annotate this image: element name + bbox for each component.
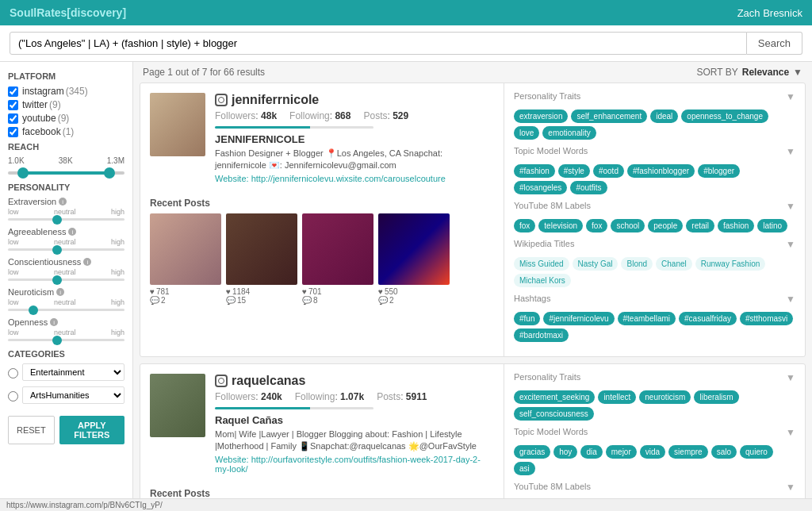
profile-card-1: jenniferrnicole Followers: 48k Following… bbox=[140, 83, 806, 357]
profile-card-2-left: raquelcanas Followers: 240k Following: 1… bbox=[140, 364, 504, 511]
yt-fox-2: fox bbox=[586, 219, 607, 232]
post-stats-1-4: ♥ 550 💬 2 bbox=[378, 287, 450, 305]
profile-1-followers-value: 48k bbox=[261, 110, 277, 121]
conscientiousness-slider[interactable] bbox=[8, 279, 124, 281]
youtube-tags-1: fox television fox school people retail … bbox=[514, 219, 795, 232]
wiki-michael-kors: Michael Kors bbox=[514, 274, 571, 287]
tag-vida: vida bbox=[640, 445, 665, 459]
tag-quiero: quiero bbox=[740, 445, 773, 459]
platform-instagram-checkbox[interactable] bbox=[8, 86, 18, 97]
category-entertainment-radio[interactable] bbox=[8, 368, 18, 378]
profile-1-handle-text: jenniferrnicole bbox=[232, 93, 319, 107]
post-1-4: ♥ 550 💬 2 bbox=[378, 213, 450, 305]
yt-television: television bbox=[538, 219, 583, 232]
topic-model-expand-1[interactable]: ▼ bbox=[786, 146, 795, 157]
profile-1-stats-bar bbox=[215, 126, 373, 129]
category-entertainment[interactable]: Entertainment bbox=[8, 363, 124, 383]
platform-instagram[interactable]: instagram (345) bbox=[8, 86, 124, 97]
tag-mejor: mejor bbox=[606, 445, 637, 459]
platform-youtube[interactable]: youtube (9) bbox=[8, 113, 124, 124]
tag-excitement: excitement_seeking bbox=[514, 390, 595, 404]
reset-button[interactable]: RESET bbox=[8, 416, 55, 444]
wikipedia-section-1: Wikipedia Titles ▼ Miss Guided Nasty Gal… bbox=[514, 239, 795, 287]
platform-instagram-count: (345) bbox=[66, 86, 88, 97]
hashtags-expand-1[interactable]: ▼ bbox=[786, 294, 795, 305]
search-button[interactable]: Search bbox=[747, 32, 802, 55]
post-thumb-1-3[interactable] bbox=[302, 213, 373, 285]
profile-1-stats: Followers: 48k Following: 868 Posts: 529 bbox=[215, 110, 494, 121]
post-thumb-1-4[interactable] bbox=[378, 213, 450, 285]
apply-filters-button[interactable]: APPLY FILTERS bbox=[59, 416, 124, 444]
wikipedia-expand-1[interactable]: ▼ bbox=[786, 239, 795, 250]
profile-2-bio: Mom| Wife |Lawyer | Blogger Blogging abo… bbox=[215, 428, 494, 453]
category-artshumanities-select[interactable]: ArtsHumanities bbox=[22, 386, 124, 404]
comment-icon-3: 💬 bbox=[302, 296, 312, 305]
personality-traits-title-2: Personality Traits bbox=[514, 372, 580, 382]
extraversion-slider[interactable] bbox=[8, 218, 124, 221]
personality-tags-1: extraversion self_enhancement ideal open… bbox=[514, 110, 795, 140]
heart-icon-3: ♥ bbox=[302, 287, 307, 296]
topic-tags-2: gracias hoy dia mejor vida siempre salo … bbox=[514, 445, 795, 475]
search-input[interactable] bbox=[10, 32, 747, 55]
wiki-chanel: Chanel bbox=[656, 257, 692, 271]
post-thumb-1-2[interactable] bbox=[226, 213, 297, 285]
post-thumb-1-1[interactable] bbox=[150, 213, 221, 285]
platform-facebook-checkbox[interactable] bbox=[8, 127, 18, 137]
profile-1-website[interactable]: Website: http://jennifernicolevu.wixsite… bbox=[215, 174, 494, 183]
post-likes-1-2: 1184 bbox=[232, 287, 250, 296]
comment-icon-4: 💬 bbox=[378, 296, 388, 305]
youtube-labels-expand-1[interactable]: ▼ bbox=[786, 201, 795, 212]
youtube-labels-expand-2[interactable]: ▼ bbox=[786, 482, 795, 493]
sidebar: PLATFORM instagram (345) twitter (9) you… bbox=[0, 62, 133, 511]
platform-facebook[interactable]: facebook (1) bbox=[8, 126, 124, 137]
ht-fun: #fun bbox=[514, 312, 540, 325]
personality-conscientiousness: Conscientiousness i lowneutralhigh bbox=[8, 257, 124, 281]
tag-hoy: hoy bbox=[553, 445, 577, 459]
category-artshumanities-radio[interactable] bbox=[8, 391, 18, 402]
tag-self-consciousness: self_consciousness bbox=[514, 407, 594, 421]
reach-slider[interactable] bbox=[8, 171, 124, 175]
tag-ideal: ideal bbox=[650, 110, 678, 123]
post-1-1: ♥ 781 💬 2 bbox=[150, 213, 221, 305]
comment-icon-2: 💬 bbox=[226, 296, 236, 305]
neuroticism-slider[interactable] bbox=[8, 309, 124, 311]
platform-youtube-checkbox[interactable] bbox=[8, 113, 18, 124]
personality-extraversion: Extraversion i lowneutralhigh bbox=[8, 197, 124, 221]
reach-mid: 38K bbox=[59, 156, 73, 165]
tag-extraversion: extraversion bbox=[514, 110, 568, 123]
platform-twitter-checkbox[interactable] bbox=[8, 100, 18, 110]
extraversion-label: Extraversion bbox=[8, 197, 56, 206]
sort-chevron-icon: ▼ bbox=[793, 67, 802, 78]
neuroticism-axis: lowneutralhigh bbox=[8, 298, 124, 306]
profile-card-1-top: jenniferrnicole Followers: 48k Following… bbox=[140, 83, 504, 193]
platform-youtube-label: youtube bbox=[22, 113, 56, 124]
results-header: Page 1 out of 7 for 66 results SORT BY R… bbox=[133, 62, 812, 83]
profile-2-following-value: 1.07k bbox=[340, 391, 364, 402]
personality-traits-expand-2[interactable]: ▼ bbox=[786, 372, 795, 383]
reach-max: 1.3M bbox=[107, 156, 124, 165]
agreeableness-label: Agreeableness bbox=[8, 227, 66, 236]
topic-model-expand-2[interactable]: ▼ bbox=[786, 427, 795, 438]
neuroticism-label: Neuroticism bbox=[8, 287, 54, 297]
ht-casualfriday: #casualfriday bbox=[679, 312, 737, 325]
agreeableness-axis: lowneutralhigh bbox=[8, 238, 124, 246]
profile-2-website[interactable]: Website: http://ourfavoritestyle.com/out… bbox=[215, 455, 494, 474]
category-artshumanities[interactable]: ArtsHumanities bbox=[8, 386, 124, 406]
ht-jennifernicolevu: #jennifernicolevu bbox=[543, 312, 614, 325]
topic-model-title-2: Topic Model Words bbox=[514, 427, 588, 436]
categories-section-title: CATEGORIES bbox=[8, 349, 124, 359]
yt-fashion: fashion bbox=[718, 219, 754, 232]
tag-emotionality: emotionality bbox=[542, 126, 596, 140]
youtube-labels-section-1: YouTube 8M Labels ▼ fox television fox s… bbox=[514, 201, 795, 232]
personality-tags-2: excitement_seeking intellect neuroticism… bbox=[514, 390, 795, 421]
agreeableness-slider[interactable] bbox=[8, 248, 124, 251]
personality-traits-expand-1[interactable]: ▼ bbox=[786, 91, 795, 102]
category-entertainment-select[interactable]: Entertainment bbox=[22, 363, 124, 381]
profile-1-bio: Fashion Designer + Blogger 📍Los Angeles,… bbox=[215, 148, 494, 172]
sort-by[interactable]: SORT BY Relevance ▼ bbox=[696, 67, 802, 78]
platform-twitter[interactable]: twitter (9) bbox=[8, 99, 124, 110]
profile-1-following-label: Following bbox=[289, 110, 330, 121]
openness-slider[interactable] bbox=[8, 339, 124, 341]
openness-info-icon: i bbox=[50, 318, 58, 326]
youtube-labels-row-2: YouTube 8M Labels ▼ bbox=[514, 482, 795, 495]
